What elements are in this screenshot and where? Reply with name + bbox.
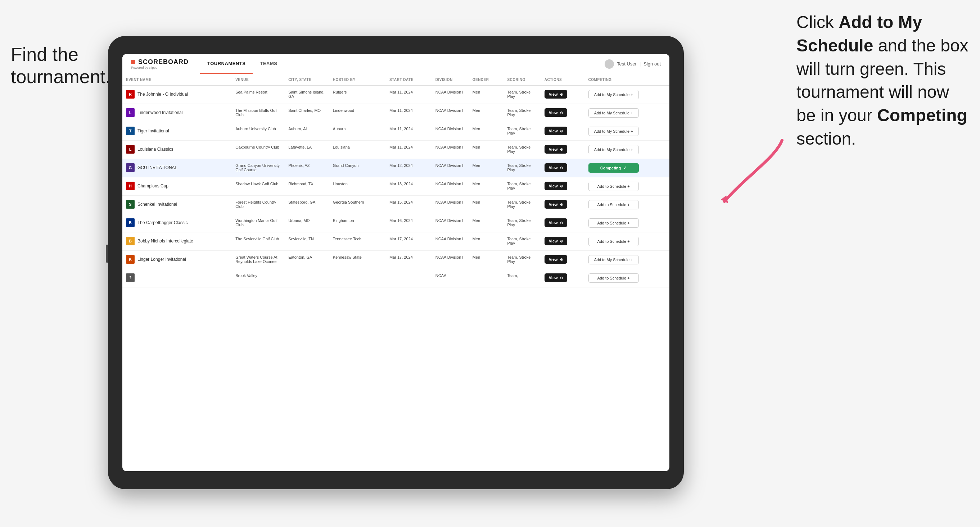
tab-teams[interactable]: TEAMS xyxy=(253,54,284,74)
add-schedule-label: Add to My Schedule + xyxy=(594,129,633,133)
view-button[interactable]: View⊙ xyxy=(544,90,567,98)
scoring-cell: Team, Stroke Play xyxy=(503,141,541,159)
view-button[interactable]: View⊙ xyxy=(544,200,567,209)
start-date-cell: Mar 16, 2024 xyxy=(386,214,432,232)
actions-cell: View⊙ xyxy=(541,86,585,104)
team-logo: G xyxy=(126,163,135,172)
table-row: L Lindenwood Invitational The Missouri B… xyxy=(123,104,670,122)
add-schedule-button[interactable]: Add to My Schedule + xyxy=(589,90,639,99)
venue-cell: Oakbourne Country Club xyxy=(232,141,285,159)
start-date-cell: Mar 11, 2024 xyxy=(386,86,432,104)
scoring-cell: Team, Stroke Play xyxy=(503,177,541,196)
add-schedule-button[interactable]: Add to My Schedule + xyxy=(589,108,639,117)
logo-powered: Powered by clippd xyxy=(131,66,189,70)
add-schedule-button[interactable]: Add to My Schedule + xyxy=(589,127,639,136)
event-name-text: The Carpetbagger Classic xyxy=(137,220,188,225)
view-button[interactable]: View⊙ xyxy=(544,127,567,135)
scoring-cell: Team, xyxy=(503,269,541,287)
competing-cell: Add to My Schedule + xyxy=(585,104,670,122)
start-date-cell: Mar 11, 2024 xyxy=(386,122,432,141)
annotation-right-text: Click Add to My Schedule and the box wil… xyxy=(797,13,969,148)
actions-cell: View⊙ xyxy=(541,122,585,141)
view-button[interactable]: View⊙ xyxy=(544,218,567,227)
division-cell: NCAA Division I xyxy=(432,196,469,214)
table-row: B The Carpetbagger Classic Worthington M… xyxy=(123,214,670,232)
event-name-text: Schenkel Invitational xyxy=(137,202,177,207)
venue-cell: Sea Palms Resort xyxy=(232,86,285,104)
col-event-name: EVENT NAME xyxy=(123,74,232,86)
scoring-cell: Team, Stroke Play xyxy=(503,122,541,141)
gender-cell: Men xyxy=(469,122,504,141)
view-button[interactable]: View⊙ xyxy=(544,145,567,154)
table-row: S Schenkel Invitational Forest Heights C… xyxy=(123,196,670,214)
hosted-by-cell: Tennessee Tech xyxy=(329,232,386,251)
event-name-cell: S Schenkel Invitational xyxy=(123,196,232,214)
hosted-by-cell: Auburn xyxy=(329,122,386,141)
city-state-cell: Saint Charles, MO xyxy=(285,104,329,122)
team-logo: ? xyxy=(126,273,135,282)
view-button[interactable]: View⊙ xyxy=(544,273,567,282)
add-schedule-button[interactable]: Add to Schedule + xyxy=(589,218,639,228)
view-label: View xyxy=(549,221,558,225)
add-schedule-button[interactable]: Add to Schedule + xyxy=(589,273,639,283)
tournaments-table: EVENT NAME VENUE CITY, STATE HOSTED BY S… xyxy=(123,74,670,287)
col-scoring: SCORING xyxy=(503,74,541,86)
view-button[interactable]: View⊙ xyxy=(544,255,567,264)
start-date-cell: Mar 11, 2024 xyxy=(386,141,432,159)
eye-icon: ⊙ xyxy=(560,166,563,170)
hosted-by-cell: Georgia Southern xyxy=(329,196,386,214)
gender-cell: Men xyxy=(469,177,504,196)
hosted-by-cell: Binghamton xyxy=(329,214,386,232)
tab-tournaments[interactable]: TOURNAMENTS xyxy=(200,54,253,74)
competing-cell: Add to My Schedule + xyxy=(585,141,670,159)
event-name-cell: K Linger Longer Invitational xyxy=(123,251,232,269)
nav-right: Test User | Sign out xyxy=(605,59,661,69)
add-schedule-label: Add to Schedule + xyxy=(597,203,630,207)
scoring-cell: Team, Stroke Play xyxy=(503,159,541,177)
add-schedule-button[interactable]: Add to Schedule + xyxy=(589,237,639,246)
add-schedule-button[interactable]: Add to Schedule + xyxy=(589,200,639,210)
event-name-text: The Johnnie - O Individual xyxy=(137,92,188,97)
view-label: View xyxy=(549,92,558,97)
venue-cell: Forest Heights Country Club xyxy=(232,196,285,214)
hosted-by-cell: Louisiana xyxy=(329,141,386,159)
add-schedule-button[interactable]: Add to Schedule + xyxy=(589,182,639,191)
hosted-by-cell: Kennesaw State xyxy=(329,251,386,269)
city-state-cell: Urbana, MD xyxy=(285,214,329,232)
add-schedule-button[interactable]: Add to My Schedule + xyxy=(589,255,639,264)
view-label: View xyxy=(549,184,558,188)
view-button[interactable]: View⊙ xyxy=(544,182,567,190)
view-button[interactable]: View⊙ xyxy=(544,163,567,172)
add-schedule-button[interactable]: Add to My Schedule + xyxy=(589,145,639,154)
competing-cell: Add to Schedule + xyxy=(585,232,670,251)
sign-out-link[interactable]: Sign out xyxy=(643,61,661,67)
competing-button[interactable]: Competing✓ xyxy=(589,163,639,173)
actions-cell: View⊙ xyxy=(541,177,585,196)
competing-cell: Add to Schedule + xyxy=(585,196,670,214)
view-button[interactable]: View⊙ xyxy=(544,108,567,117)
view-button[interactable]: View⊙ xyxy=(544,237,567,245)
event-name-text: Lindenwood Invitational xyxy=(137,110,183,115)
city-state-cell xyxy=(285,269,329,287)
table-row: T Tiger Invitational Auburn University C… xyxy=(123,122,670,141)
event-name-text: Linger Longer Invitational xyxy=(137,257,186,262)
event-name-cell: R The Johnnie - O Individual xyxy=(123,86,232,104)
col-start-date: START DATE xyxy=(386,74,432,86)
eye-icon: ⊙ xyxy=(560,129,563,133)
division-cell: NCAA Division I xyxy=(432,159,469,177)
table-row: L Louisiana Classics Oakbourne Country C… xyxy=(123,141,670,159)
col-gender: GENDER xyxy=(469,74,504,86)
competing-cell: Add to Schedule + xyxy=(585,177,670,196)
scoring-cell: Team, Stroke Play xyxy=(503,232,541,251)
division-cell: NCAA Division I xyxy=(432,177,469,196)
eye-icon: ⊙ xyxy=(560,148,563,151)
add-schedule-label: Add to Schedule + xyxy=(597,221,630,225)
team-logo: H xyxy=(126,182,135,190)
col-actions: ACTIONS xyxy=(541,74,585,86)
competing-cell: Competing✓ xyxy=(585,159,670,177)
logo-scoreboard: SCOREBOARD xyxy=(138,59,189,65)
table-container[interactable]: EVENT NAME VENUE CITY, STATE HOSTED BY S… xyxy=(123,74,670,471)
team-logo: T xyxy=(126,127,135,135)
eye-icon: ⊙ xyxy=(560,239,563,243)
division-cell: NCAA Division I xyxy=(432,141,469,159)
